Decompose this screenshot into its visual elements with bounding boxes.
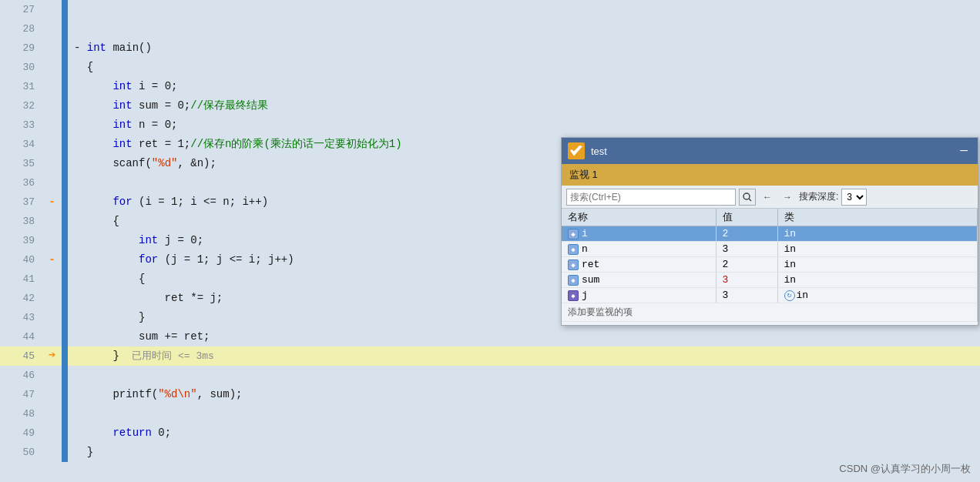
breakpoint-bar <box>62 366 68 385</box>
code-line-48: 48 <box>0 404 980 423</box>
watch-table-container: 名称 值 类 ◆i 2 in ◆n <box>562 209 978 322</box>
nav-forward-button[interactable]: → <box>779 189 796 206</box>
breakpoint-bar <box>62 96 68 115</box>
breakpoint-bar <box>62 346 68 366</box>
watch-row-sum[interactable]: ◆sum 3 in <box>562 273 978 288</box>
search-input[interactable] <box>570 192 732 203</box>
watch-tab-bar: 监视 1 <box>562 164 978 186</box>
breakpoint-bar <box>62 154 68 173</box>
var-icon-n: ◆ <box>568 244 579 255</box>
watch-cell-type-j: ↻in <box>777 288 978 303</box>
var-icon-i: ◆ <box>568 229 579 239</box>
svg-point-0 <box>743 193 750 199</box>
watch-cell-value-n: 3 <box>716 242 777 257</box>
breakpoint-bar <box>62 404 68 423</box>
code-line-47: 47 printf("%d\n", sum); <box>0 385 980 404</box>
code-line-29: 29 - int main() <box>0 38 980 58</box>
watch-row-ret[interactable]: ◆ret 2 in <box>562 257 978 273</box>
code-line-49: 49 return 0; <box>0 423 980 443</box>
breakpoint-bar <box>62 443 68 462</box>
code-line-28: 28 <box>0 19 980 38</box>
code-line-45: 45 ➔ } 已用时间 <= 3ms <box>0 346 980 366</box>
watch-titlebar-left: test <box>568 142 607 159</box>
watch-cell-name-sum: ◆sum <box>562 273 716 288</box>
breakpoint-bar <box>62 192 68 212</box>
breakpoint-bar <box>62 250 68 269</box>
breakpoint-bar <box>62 423 68 443</box>
watch-cell-type-i: in <box>777 226 978 242</box>
breakpoint-bar <box>62 77 68 96</box>
nav-back-button[interactable]: ← <box>759 189 776 206</box>
vs-logo <box>568 142 585 159</box>
watch-row-j[interactable]: ◆j 3 ↻in <box>562 288 978 303</box>
watch-cell-name-j: ◆j <box>562 288 716 303</box>
breakpoint-bar <box>62 38 68 58</box>
breakpoint-bar <box>62 212 68 231</box>
breakpoint-bar <box>62 19 68 38</box>
code-line-33: 33 int n = 0; <box>0 115 980 135</box>
breakpoint-bar <box>62 289 68 308</box>
watch-panel-title: test <box>591 146 607 157</box>
breakpoint-bar <box>62 308 68 327</box>
depth-label: 搜索深度: <box>799 190 838 203</box>
watch-row-n[interactable]: ◆n 3 in <box>562 242 978 257</box>
add-watch-label[interactable]: 添加要监视的项 <box>562 303 978 322</box>
breakpoint-bar <box>62 135 68 154</box>
watch-tab-label[interactable]: 监视 1 <box>569 168 598 182</box>
breakpoint-bar <box>62 173 68 192</box>
code-line-30: 30 { <box>0 58 980 77</box>
col-header-name: 名称 <box>562 209 716 226</box>
watch-close-button[interactable]: — <box>956 144 972 158</box>
watch-cell-name-i: ◆i <box>562 226 716 242</box>
var-icon-j: ◆ <box>568 290 579 301</box>
watch-row-i[interactable]: ◆i 2 in <box>562 226 978 242</box>
add-watch-row[interactable]: 添加要监视的项 <box>562 303 978 322</box>
code-line-50: 50 } <box>0 443 980 462</box>
breakpoint-bar <box>62 231 68 250</box>
watch-cell-value-ret: 2 <box>716 257 777 273</box>
watch-titlebar: test — <box>562 138 978 164</box>
breakpoint-bar <box>62 115 68 135</box>
breakpoint-bar <box>62 327 68 346</box>
var-icon-ret: ◆ <box>568 259 579 270</box>
search-icon-button[interactable] <box>739 189 756 206</box>
code-line-46: 46 <box>0 366 980 385</box>
depth-select[interactable]: 3 1 2 4 5 <box>841 189 867 206</box>
watch-cell-value-j: 3 <box>716 288 777 303</box>
col-header-value: 值 <box>716 209 777 226</box>
watch-table-header: 名称 值 类 <box>562 209 978 226</box>
watch-cell-name-ret: ◆ret <box>562 257 716 273</box>
breakpoint-bar <box>62 385 68 404</box>
watch-cell-name-n: ◆n <box>562 242 716 257</box>
watch-cell-type-n: in <box>777 242 978 257</box>
watch-cell-type-ret: in <box>777 257 978 273</box>
code-line-27: 27 <box>0 0 980 19</box>
csdn-watermark: CSDN @认真学习的小周一枚 <box>839 462 971 476</box>
col-header-type: 类 <box>777 209 978 226</box>
watch-panel: test — 监视 1 ← → 搜索深度: 3 1 2 4 5 <box>561 137 978 326</box>
svg-line-1 <box>749 199 751 201</box>
watch-cell-type-sum: in <box>777 273 978 288</box>
code-line-32: 32 int sum = 0;//保存最终结果 <box>0 96 980 115</box>
code-line-44: 44 sum += ret; <box>0 327 980 346</box>
watch-toolbar: ← → 搜索深度: 3 1 2 4 5 <box>562 186 978 209</box>
watch-cell-value-i: 2 <box>716 226 777 242</box>
watch-table: 名称 值 类 ◆i 2 in ◆n <box>562 209 978 322</box>
watch-cell-value-sum: 3 <box>716 273 777 288</box>
breakpoint-bar <box>62 58 68 77</box>
refresh-icon: ↻ <box>784 290 795 301</box>
var-icon-sum: ◆ <box>568 275 579 286</box>
breakpoint-bar <box>62 269 68 289</box>
breakpoint-bar <box>62 0 68 19</box>
search-box[interactable] <box>566 189 736 206</box>
code-line-31: 31 int i = 0; <box>0 77 980 96</box>
